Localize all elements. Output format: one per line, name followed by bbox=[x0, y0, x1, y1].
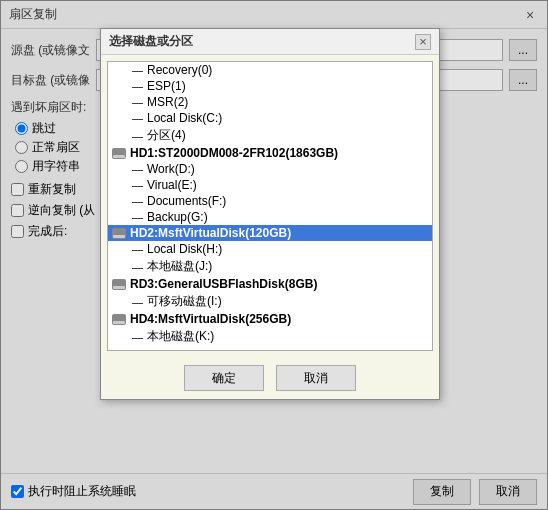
tree-item-label: HD4:MsftVirtualDisk(256GB) bbox=[130, 312, 291, 326]
partition-icon: — bbox=[132, 296, 143, 308]
modal-cancel-button[interactable]: 取消 bbox=[276, 365, 356, 391]
tree-item-label: 本地磁盘(J:) bbox=[147, 258, 212, 275]
disk-icon bbox=[112, 148, 126, 159]
disk-icon bbox=[112, 228, 126, 239]
partition-item[interactable]: —本地磁盘(J:) bbox=[108, 257, 432, 276]
modal-overlay: 选择磁盘或分区 × —Recovery(0)—ESP(1)—MSR(2)—Loc… bbox=[0, 0, 548, 510]
modal-titlebar: 选择磁盘或分区 × bbox=[101, 29, 439, 55]
partition-icon: — bbox=[132, 64, 143, 76]
modal-confirm-button[interactable]: 确定 bbox=[184, 365, 264, 391]
tree-item-label: Local Disk(C:) bbox=[147, 111, 222, 125]
partition-item[interactable]: —Documents(F:) bbox=[108, 193, 432, 209]
tree-item-label: Virual(E:) bbox=[147, 178, 197, 192]
tree-item-label: HD2:MsftVirtualDisk(120GB) bbox=[130, 226, 291, 240]
partition-item[interactable]: —Virual(E:) bbox=[108, 177, 432, 193]
disk-item[interactable]: HD1:ST2000DM008-2FR102(1863GB) bbox=[108, 145, 432, 161]
tree-item-label: Documents(F:) bbox=[147, 194, 226, 208]
modal-title: 选择磁盘或分区 bbox=[109, 33, 415, 50]
modal-buttons: 确定 取消 bbox=[101, 357, 439, 399]
disk-icon bbox=[112, 279, 126, 290]
modal-body: —Recovery(0)—ESP(1)—MSR(2)—Local Disk(C:… bbox=[101, 55, 439, 357]
partition-icon: — bbox=[132, 96, 143, 108]
partition-icon: — bbox=[132, 130, 143, 142]
partition-icon: — bbox=[132, 163, 143, 175]
partition-icon: — bbox=[132, 261, 143, 273]
modal-close-button[interactable]: × bbox=[415, 34, 431, 50]
partition-icon: — bbox=[132, 243, 143, 255]
partition-icon: — bbox=[132, 331, 143, 343]
partition-item[interactable]: —Recovery(0) bbox=[108, 62, 432, 78]
tree-item-label: Work(D:) bbox=[147, 162, 195, 176]
partition-item[interactable]: —ESP(1) bbox=[108, 78, 432, 94]
disk-item[interactable]: HD4:MsftVirtualDisk(256GB) bbox=[108, 311, 432, 327]
tree-item-label: ESP(1) bbox=[147, 79, 186, 93]
tree-item-label: 分区(4) bbox=[147, 127, 186, 144]
tree-item-label: Backup(G:) bbox=[147, 210, 208, 224]
partition-icon: — bbox=[132, 195, 143, 207]
disk-item[interactable]: RD3:GeneralUSBFlashDisk(8GB) bbox=[108, 276, 432, 292]
tree-item-label: Recovery(0) bbox=[147, 63, 212, 77]
tree-item-label: HD1:ST2000DM008-2FR102(1863GB) bbox=[130, 146, 338, 160]
partition-item[interactable]: —可移动磁盘(I:) bbox=[108, 292, 432, 311]
tree-item-label: Local Disk(H:) bbox=[147, 242, 222, 256]
partition-icon: — bbox=[132, 80, 143, 92]
partition-item[interactable]: —本地磁盘(K:) bbox=[108, 327, 432, 346]
partition-item[interactable]: —Backup(G:) bbox=[108, 209, 432, 225]
partition-item[interactable]: —MSR(2) bbox=[108, 94, 432, 110]
partition-item[interactable]: —分区(4) bbox=[108, 126, 432, 145]
partition-item[interactable]: —Local Disk(H:) bbox=[108, 241, 432, 257]
modal-dialog: 选择磁盘或分区 × —Recovery(0)—ESP(1)—MSR(2)—Loc… bbox=[100, 28, 440, 400]
partition-icon: — bbox=[132, 179, 143, 191]
partition-item[interactable]: —Work(D:) bbox=[108, 161, 432, 177]
tree-container[interactable]: —Recovery(0)—ESP(1)—MSR(2)—Local Disk(C:… bbox=[107, 61, 433, 351]
partition-icon: — bbox=[132, 211, 143, 223]
tree-item-label: 可移动磁盘(I:) bbox=[147, 293, 222, 310]
tree-item-label: RD3:GeneralUSBFlashDisk(8GB) bbox=[130, 277, 317, 291]
partition-icon: — bbox=[132, 112, 143, 124]
disk-item[interactable]: HD2:MsftVirtualDisk(120GB) bbox=[108, 225, 432, 241]
tree-item-label: MSR(2) bbox=[147, 95, 188, 109]
disk-icon bbox=[112, 314, 126, 325]
tree-item-label: 本地磁盘(K:) bbox=[147, 328, 214, 345]
partition-item[interactable]: —Local Disk(C:) bbox=[108, 110, 432, 126]
